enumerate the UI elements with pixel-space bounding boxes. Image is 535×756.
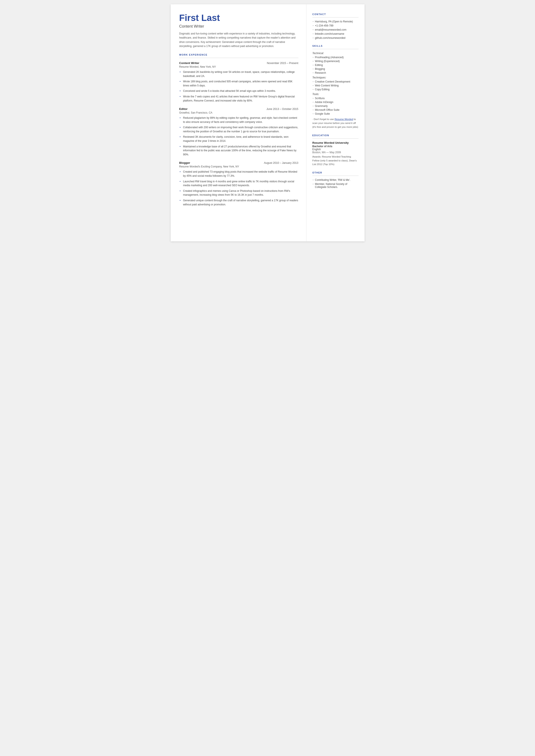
skills-cat-label-0: Technical: bbox=[312, 52, 358, 55]
job-dates-1: November 2015 – Present bbox=[267, 62, 298, 65]
edu-awards: Awards: Resume Worded Teaching Fellow (o… bbox=[312, 155, 358, 166]
right-column: CONTACT Harrisburg, PA (Open to Remote) … bbox=[306, 4, 365, 241]
job-company-1: Resume Worded, New York, NY bbox=[179, 65, 298, 68]
bullet-2-1: Reduced plagiarism by 89% by editing cop… bbox=[179, 116, 298, 124]
contact-item-1: +1-234-456-789 bbox=[312, 24, 358, 27]
other-item-1: Member, National Society of Collegiate S… bbox=[312, 182, 358, 188]
skill-0-1: Writing (Experienced) bbox=[312, 60, 358, 63]
job-bullets-2: Reduced plagiarism by 89% by editing cop… bbox=[179, 116, 298, 156]
skill-2-0: Scrittura bbox=[312, 97, 358, 100]
bullet-2-4: Maintained a knowledge base of all 27 pr… bbox=[179, 145, 298, 157]
promo-link[interactable]: Resume Worded bbox=[335, 118, 353, 121]
job-title: Content Writer bbox=[179, 24, 298, 29]
skills-title: SKILLS bbox=[312, 44, 358, 47]
education-title: EDUCATION bbox=[312, 134, 358, 137]
contact-item-0: Harrisburg, PA (Open to Remote) bbox=[312, 20, 358, 23]
resume-page: First Last Content Writer Dogmatic and f… bbox=[171, 4, 365, 241]
contact-section: CONTACT Harrisburg, PA (Open to Remote) … bbox=[312, 13, 358, 40]
job-dates-3: August 2010 – January 2013 bbox=[264, 161, 298, 164]
job-role-2: Editor bbox=[179, 107, 188, 111]
other-divider bbox=[312, 176, 358, 176]
job-header-1: Content Writer November 2015 – Present bbox=[179, 61, 298, 65]
bullet-3-3: Created infographics and memes using Can… bbox=[179, 189, 298, 197]
skill-0-4: Research bbox=[312, 71, 358, 74]
bullet-1-4: Wrote the 7 web copies and 41 articles t… bbox=[179, 95, 298, 102]
skill-1-1: Web Content Writing bbox=[312, 84, 358, 87]
work-experience-divider bbox=[179, 58, 298, 58]
work-experience-title: WORK EXPERIENCE bbox=[179, 53, 298, 56]
skills-cat-label-1: Techniques: bbox=[312, 76, 358, 79]
bullet-1-2: Wrote 189 blog posts, and conducted 505 … bbox=[179, 79, 298, 88]
job-block-1: Content Writer November 2015 – Present R… bbox=[179, 61, 298, 102]
bullet-3-4: Generated unique content through the cra… bbox=[179, 199, 298, 207]
other-title: OTHER bbox=[312, 171, 358, 174]
job-block-2: Editor June 2013 – October 2015 Growthsi… bbox=[179, 107, 298, 156]
skill-0-0: Proofreading (Advanced) bbox=[312, 56, 358, 59]
skills-list-0: Proofreading (Advanced) Writing (Experie… bbox=[312, 56, 358, 74]
left-column: First Last Content Writer Dogmatic and f… bbox=[171, 4, 306, 241]
contact-divider bbox=[312, 17, 358, 17]
edu-location-date: Boston, MA — May 2009 bbox=[312, 151, 358, 154]
other-section: OTHER Contributing Writer, 'RW & Me'. Me… bbox=[312, 171, 358, 188]
skill-0-2: Editing bbox=[312, 64, 358, 67]
contact-item-3: linkedin.com/in/username bbox=[312, 32, 358, 35]
skill-2-4: Google Suite bbox=[312, 112, 358, 115]
contact-item-4: github.com/resumeworded bbox=[312, 37, 358, 40]
edu-degree: Bachelor of Arts bbox=[312, 145, 358, 148]
bullet-3-1: Created and published 73 engaging blog p… bbox=[179, 170, 298, 178]
other-list: Contributing Writer, 'RW & Me'. Member, … bbox=[312, 179, 358, 188]
education-section: EDUCATION Resume Worded University Bache… bbox=[312, 134, 358, 166]
bullet-2-3: Reviewed 3K documents for clarity, conci… bbox=[179, 135, 298, 143]
candidate-name: First Last bbox=[179, 13, 298, 23]
skills-list-1: Creative Content Development Web Content… bbox=[312, 80, 358, 91]
contact-list: Harrisburg, PA (Open to Remote) +1-234-4… bbox=[312, 20, 358, 40]
contact-item-2: email@resumeworded.com bbox=[312, 28, 358, 31]
other-item-0: Contributing Writer, 'RW & Me'. bbox=[312, 179, 358, 182]
skill-2-3: Microsoft Office Suite bbox=[312, 108, 358, 111]
job-header-3: Blogger August 2010 – January 2013 bbox=[179, 161, 298, 164]
education-divider bbox=[312, 138, 358, 139]
skill-1-0: Creative Content Development bbox=[312, 80, 358, 83]
skill-2-1: Adobe InDesign bbox=[312, 101, 358, 104]
skills-list-2: Scrittura Adobe InDesign Grammarly Micro… bbox=[312, 97, 358, 115]
contact-title: CONTACT bbox=[312, 13, 358, 15]
bullet-1-3: Conceived and wrote 5 e-books that attra… bbox=[179, 89, 298, 93]
skill-2-2: Grammarly bbox=[312, 104, 358, 107]
job-bullets-3: Created and published 73 engaging blog p… bbox=[179, 170, 298, 207]
promo-text: · Don't forget to use Resume Worded to s… bbox=[312, 118, 358, 129]
edu-field: English bbox=[312, 148, 358, 151]
job-bullets-1: Generated 2K backlinks by writing over 5… bbox=[179, 70, 298, 102]
job-company-2: Growthsi, San Francisco, CA bbox=[179, 111, 298, 114]
job-role-3: Blogger bbox=[179, 161, 190, 164]
job-company-3: Resume Worded's Exciting Company, New Yo… bbox=[179, 165, 298, 168]
skill-0-3: Blogging bbox=[312, 68, 358, 70]
job-block-3: Blogger August 2010 – January 2013 Resum… bbox=[179, 161, 298, 207]
job-role-1: Content Writer bbox=[179, 61, 200, 65]
summary-text: Dogmatic and fun-loving content writer w… bbox=[179, 32, 298, 48]
work-experience-section: WORK EXPERIENCE Content Writer November … bbox=[179, 53, 298, 207]
bullet-1-1: Generated 2K backlinks by writing over 5… bbox=[179, 70, 298, 78]
bullet-3-2: Launched RW travel blog in 4 months and … bbox=[179, 180, 298, 187]
bullet-2-2: Collaborated with 200 writers on improvi… bbox=[179, 126, 298, 133]
edu-school: Resume Worded University bbox=[312, 141, 358, 144]
skills-cat-label-2: Tools: bbox=[312, 93, 358, 96]
skills-section: SKILLS Technical: Proofreading (Advanced… bbox=[312, 44, 358, 129]
skill-1-2: Copy Editing bbox=[312, 88, 358, 91]
job-header-2: Editor June 2013 – October 2015 bbox=[179, 107, 298, 111]
job-dates-2: June 2013 – October 2015 bbox=[266, 107, 298, 111]
